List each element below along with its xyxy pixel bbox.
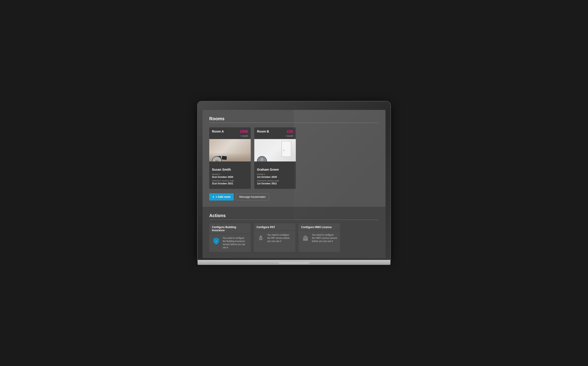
rooms-title: Rooms — [209, 116, 379, 121]
camera-dot — [293, 106, 295, 108]
shield-svg: ⌂ — [212, 237, 220, 245]
person-silhouette — [212, 157, 221, 161]
room-b-tenant-name: Graham Green — [257, 168, 293, 171]
room-a-moved-in-label: Moved in — [212, 173, 248, 175]
action-card-pat[interactable]: Configure PAT — [254, 223, 295, 252]
pat-body: You need to configure the PAT service be… — [254, 231, 295, 245]
svg-rect-16 — [304, 238, 304, 239]
room-b-price: £50 / month — [286, 130, 293, 138]
svg-rect-17 — [304, 240, 307, 241]
pat-text: You need to configure the PAT service be… — [267, 233, 293, 243]
room-a-tenancy-end: 31st October 2021 — [212, 182, 248, 185]
room-b-image — [254, 139, 296, 161]
room-a-info: Susan Smith Moved in 31st October 2020 F… — [209, 161, 251, 189]
screen-content: Rooms Room A £500 / month — [203, 110, 385, 258]
svg-rect-7 — [260, 238, 262, 239]
add-room-label: + Add room — [216, 195, 231, 198]
building-insurance-title: Configure Building Insurance — [209, 223, 251, 234]
room-b-moved-in-label: Moved in — [257, 173, 293, 175]
rooms-grid: Room A £500 / month — [209, 127, 379, 189]
laptop-screen: Rooms Room A £500 / month — [203, 110, 385, 258]
svg-rect-15 — [306, 238, 307, 239]
building-insurance-body: ⌂ You need to configure the Building Ins… — [209, 234, 251, 252]
pat-title: Configure PAT — [254, 223, 295, 231]
room-actions-row: + + Add room Message housemates — [209, 193, 379, 200]
svg-point-4 — [263, 159, 263, 160]
room-a-header: Room A £500 / month — [209, 127, 251, 139]
room-a-price-period: / month — [241, 135, 248, 137]
pillow-2 — [222, 156, 227, 160]
room-a-image — [209, 139, 251, 161]
pat-icon — [256, 233, 265, 242]
rooms-divider — [209, 123, 379, 123]
action-card-hmo[interactable]: Configure HMO Licence — [299, 223, 340, 252]
laptop-base — [197, 260, 391, 265]
hmo-svg — [302, 234, 309, 242]
graham-avatar-photo — [257, 157, 266, 161]
room-b-price-period: / month — [286, 135, 293, 137]
room-a-price: £500 / month — [240, 130, 248, 138]
room-b-info: Graham Green Moved in 1st October 2020 F… — [254, 161, 296, 189]
rooms-section: Rooms Room A £500 / month — [203, 110, 385, 207]
actions-section: Actions Configure Building Insurance — [203, 207, 385, 258]
pat-svg — [257, 234, 265, 242]
laptop-frame: Rooms Room A £500 / month — [197, 101, 391, 265]
room-card-b[interactable]: Room B £50 / month — [254, 127, 296, 189]
shield-icon: ⌂ — [212, 236, 220, 245]
message-housemates-button[interactable]: Message housemates — [236, 193, 269, 200]
hmo-title: Configure HMO Licence — [299, 223, 340, 231]
svg-rect-11 — [260, 235, 261, 236]
room-a-moved-in-date: 31st October 2020 — [212, 175, 248, 178]
room-b-moved-in-date: 1st October 2020 — [257, 175, 293, 178]
room-a-name: Room A — [212, 130, 224, 133]
room-b-tenancy-end: 1st October 2021 — [257, 182, 293, 185]
graham-avatar-svg — [258, 157, 266, 161]
add-room-button[interactable]: + + Add room — [209, 193, 234, 200]
message-housemates-label: Message housemates — [239, 195, 265, 198]
room-b-tenancy-label: Fixed term tenancy ends — [257, 180, 293, 182]
room-b-name: Room B — [257, 130, 269, 133]
room-a-tenant-name: Susan Smith — [212, 168, 248, 171]
action-cards-grid: Configure Building Insurance ⌂ You — [209, 223, 379, 252]
screen-bezel: Rooms Room A £500 / month — [197, 101, 391, 260]
action-card-building-insurance[interactable]: Configure Building Insurance ⌂ You — [209, 223, 251, 252]
room-a-price-amount: £500 — [240, 130, 248, 134]
hmo-icon — [301, 233, 310, 242]
door-shape — [281, 141, 291, 157]
svg-text:⌂: ⌂ — [215, 239, 217, 243]
door-knob — [283, 150, 284, 151]
actions-divider — [209, 220, 379, 220]
hmo-body: You need to configure the HMO Licence se… — [299, 231, 340, 245]
svg-point-8 — [260, 236, 262, 237]
svg-marker-13 — [303, 235, 308, 237]
plus-icon: + — [212, 195, 214, 199]
svg-point-3 — [261, 159, 262, 160]
room-a-tenancy-label: Fixed term tenancy ends — [212, 180, 248, 182]
svg-rect-14 — [305, 238, 305, 239]
room-card-a[interactable]: Room A £500 / month — [209, 127, 251, 189]
building-insurance-text: You need to configure the Building Insur… — [223, 236, 248, 249]
room-b-header: Room B £50 / month — [254, 127, 296, 139]
actions-title: Actions — [209, 213, 379, 218]
hmo-text: You need to configure the HMO Licence se… — [312, 233, 337, 243]
room-b-price-amount: £50 — [286, 130, 293, 134]
